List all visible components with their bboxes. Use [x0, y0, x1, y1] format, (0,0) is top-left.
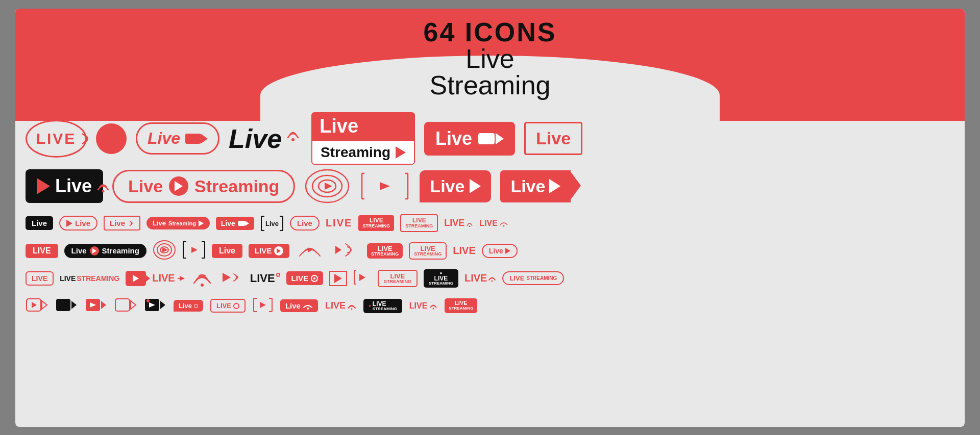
- sm-live-red-text: LIVE: [326, 217, 352, 229]
- sm3-live-streaming-pill-outline: LIVE STREAMING: [502, 271, 564, 285]
- sm-live-dots-1: LIVE: [444, 218, 473, 228]
- icons-container: LIVE Live Live: [26, 116, 954, 318]
- sm3-live-wifi-text: LIVE: [464, 272, 496, 284]
- svg-marker-64: [260, 302, 266, 308]
- live-streaming-combo-icon: Live Streaming: [311, 112, 415, 165]
- sm3-play-waves: [218, 268, 244, 289]
- banner-title: 64 ICONS Live Streaming: [424, 19, 557, 98]
- row-2-large: Live Live Streaming: [26, 165, 954, 208]
- sm4-live-waves: LIVE: [325, 300, 356, 311]
- sm4-live-streaming-plain: LIVE: [409, 301, 438, 311]
- sm4-live-bubble-sm: Live: [174, 300, 203, 312]
- sm3-play-square: [329, 271, 347, 286]
- sm2-live-arrow-outline: Live: [482, 244, 518, 258]
- sm2-live-streaming-box2: LIVE STREAMING: [367, 243, 403, 259]
- svg-rect-47: [56, 299, 70, 311]
- sm3-wifi-play: [192, 268, 212, 289]
- sm3-live-streaming-text: LIVESTREAMING: [60, 274, 119, 283]
- svg-marker-48: [71, 301, 77, 309]
- sm3-cam-play-red: [126, 271, 146, 286]
- main-card: 64 ICONS Live Streaming LIVE Live: [15, 9, 965, 427]
- svg-text:Live: Live: [265, 220, 279, 227]
- sm3-live-arrow: LIVE: [152, 272, 185, 284]
- live-wifi-icon: Live: [229, 123, 302, 154]
- sm2-bracket-play: [182, 241, 206, 261]
- sm2-live-plain: LIVE: [453, 245, 475, 257]
- sm3-live-streaming-dark: ● LIVE STREAMING: [424, 269, 458, 288]
- svg-marker-45: [42, 301, 47, 309]
- sm2-signal-play-2: [296, 240, 324, 262]
- banner-title-live: Live: [424, 45, 557, 72]
- sm2-signal-rings: [153, 240, 176, 262]
- live-pill-camera-icon: Live: [136, 122, 219, 155]
- row-3-small: Live Live Live Live Streaming Live: [26, 211, 954, 236]
- sm-live-oval: Live: [290, 216, 320, 231]
- sm-live-cam-badge: Live: [216, 217, 254, 230]
- sm3-live-circle-badge: LIVE: [286, 271, 323, 285]
- sm-live-streaming-box: LIVE STREAMING: [358, 215, 394, 231]
- live-circle-icon: LIVE: [26, 120, 87, 158]
- sm4-cam-solid-black: [55, 297, 78, 315]
- sm3-live-sup: LIVE: [250, 272, 280, 285]
- signal-rings-icon: [304, 168, 350, 204]
- svg-marker-53: [131, 301, 136, 309]
- sm2-play-signal-right: [330, 240, 361, 262]
- svg-point-65: [307, 308, 309, 310]
- sm-live-streaming-arrow: LIVE: [479, 219, 508, 228]
- sm2-live-circle: LIVE: [249, 244, 289, 258]
- sm2-live-red-pill: LIVE: [26, 244, 58, 258]
- live-streaming-pill-icon: Live Streaming: [112, 170, 295, 203]
- live-camera-solid-icon: Live: [424, 122, 515, 156]
- sm4-cam-red-play: [85, 297, 107, 315]
- sm4-live-streaming-badge-dark: ● LIVE STREAMING: [363, 299, 402, 313]
- row-5-small: LIVE LIVESTREAMING LIVE: [26, 266, 954, 291]
- sm4-live-streaming-box-red2: LIVE STREAMING: [445, 298, 477, 313]
- svg-point-66: [351, 308, 352, 310]
- svg-marker-12: [380, 182, 390, 190]
- banner-title-streaming: Streaming: [424, 72, 557, 98]
- top-banner: 64 ICONS Live Streaming: [15, 9, 965, 121]
- sm3-live-round: LIVE: [26, 271, 54, 286]
- row-4-small: LIVE Live Streaming: [26, 239, 954, 263]
- live-bracket-icon: Live: [524, 122, 582, 155]
- sm4-live-dot: Live: [280, 299, 318, 312]
- red-dot-icon: [96, 123, 127, 154]
- svg-point-21: [503, 225, 504, 226]
- svg-marker-55: [160, 301, 165, 309]
- svg-point-37: [201, 284, 204, 287]
- svg-point-67: [433, 308, 434, 309]
- sm2-live-red-badge: Live: [212, 244, 242, 258]
- sm-live-bracket-black: Live: [260, 215, 284, 232]
- sm-live-streaming-red: Live Streaming: [146, 217, 210, 229]
- sm3-play-tri-bracket: [353, 270, 372, 287]
- svg-marker-5: [325, 183, 332, 190]
- svg-marker-34: [335, 246, 341, 254]
- row-1-large: LIVE Live Live: [26, 116, 954, 162]
- svg-point-20: [469, 225, 471, 227]
- svg-marker-38: [223, 273, 231, 282]
- live-bubble-icon: Live: [420, 170, 491, 202]
- svg-point-1: [102, 190, 105, 193]
- sm4-cam-outline-play: [114, 297, 137, 315]
- sm2-live-streaming-outline2: LIVE STREAMING: [409, 242, 447, 260]
- svg-marker-46: [32, 302, 37, 308]
- svg-rect-52: [115, 299, 130, 311]
- live-dark-play-icon: Live: [26, 169, 103, 203]
- bracket-play-icon: [359, 171, 410, 201]
- sm4-live-circle-outline: LIVE: [210, 299, 246, 313]
- svg-marker-42: [359, 274, 365, 281]
- live-arrow-icon: Live: [500, 170, 571, 202]
- svg-point-57: [146, 299, 150, 302]
- svg-point-0: [291, 138, 295, 141]
- sm-live-bracket: Live: [104, 216, 140, 231]
- sm4-play-bracket-outline: [253, 297, 273, 315]
- icon-count-label: 64 ICONS: [424, 19, 557, 45]
- sm3-live-streaming-red-outline: LIVE STREAMING: [378, 270, 418, 287]
- sm2-live-streaming-dark: Live Streaming: [64, 244, 146, 258]
- svg-point-43: [492, 280, 493, 282]
- sm-live-dark-badge: Live: [26, 216, 53, 230]
- sm-live-outline-play: Live: [59, 216, 97, 231]
- sm4-cam-outline: [26, 297, 48, 315]
- svg-marker-32: [191, 247, 198, 253]
- svg-marker-50: [101, 301, 106, 309]
